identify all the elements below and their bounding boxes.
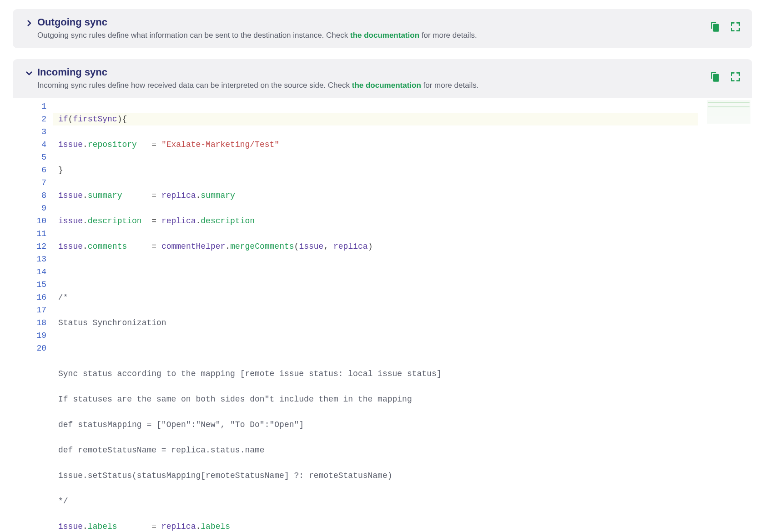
outgoing-desc: Outgoing sync rules define what informat… (37, 31, 709, 40)
outgoing-title: Outgoing sync (37, 16, 709, 28)
incoming-title: Incoming sync (37, 66, 709, 78)
fullscreen-outgoing-button[interactable] (730, 21, 741, 35)
copy-outgoing-button[interactable] (709, 21, 720, 35)
outgoing-sync-panel: Outgoing sync Outgoing sync rules define… (13, 9, 752, 48)
editor-minimap[interactable] (707, 100, 750, 124)
collapse-incoming-chevron[interactable] (21, 66, 37, 77)
outgoing-header: Outgoing sync Outgoing sync rules define… (13, 9, 752, 48)
fullscreen-incoming-button[interactable] (730, 71, 741, 85)
incoming-header: Incoming sync Incoming sync rules define… (13, 59, 752, 98)
fullscreen-icon (730, 71, 741, 83)
outgoing-doc-link[interactable]: the documentation (350, 31, 419, 40)
line-numbers: 1234567891011121314151617181920 (13, 98, 53, 532)
copy-icon (709, 21, 720, 33)
expand-outgoing-chevron[interactable] (21, 16, 37, 27)
fullscreen-icon (730, 21, 741, 33)
code-content[interactable]: if(firstSync){ issue.repository = "Exala… (53, 98, 752, 532)
code-editor[interactable]: 1234567891011121314151617181920 if(first… (13, 98, 752, 532)
copy-icon (709, 71, 720, 83)
incoming-doc-link[interactable]: the documentation (352, 81, 421, 90)
incoming-desc: Incoming sync rules define how received … (37, 81, 709, 90)
incoming-sync-panel: Incoming sync Incoming sync rules define… (13, 59, 752, 532)
chevron-down-icon (25, 69, 33, 77)
chevron-right-icon (25, 19, 33, 27)
copy-incoming-button[interactable] (709, 71, 720, 85)
